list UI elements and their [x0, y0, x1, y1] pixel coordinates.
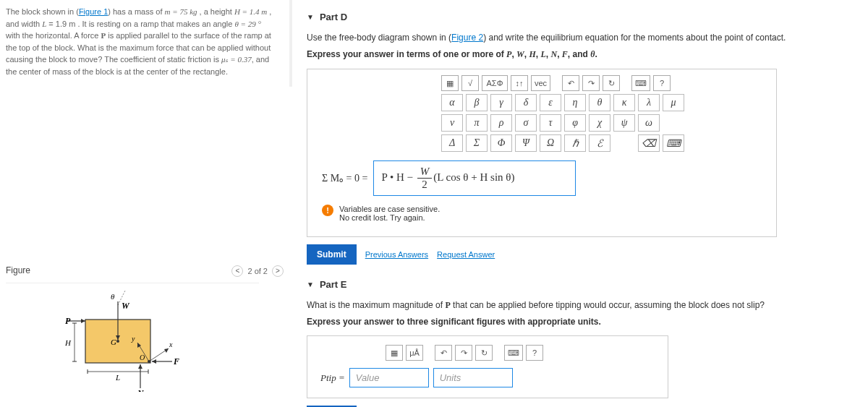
problem-statement: The block shown in (Figure 1) has a mass… — [6, 6, 284, 77]
svg-text:θ: θ — [111, 292, 115, 301]
greek-key-α[interactable]: α — [441, 94, 463, 111]
greek-key-Φ[interactable]: Φ — [490, 134, 512, 152]
svg-marker-6 — [81, 319, 85, 323]
template-button[interactable]: ▦ — [441, 75, 459, 91]
svg-text:F: F — [173, 356, 179, 367]
vec-button[interactable]: vec — [531, 75, 550, 91]
greek-key-Ω[interactable]: Ω — [540, 134, 561, 152]
undo-button-e[interactable]: ↶ — [435, 345, 452, 361]
warning-icon: ! — [322, 205, 333, 216]
figure-next-button[interactable]: > — [272, 265, 284, 277]
greek-key-Δ[interactable]: Δ — [441, 134, 463, 152]
greek-key-μ[interactable]: μ — [663, 94, 684, 111]
svg-marker-25 — [152, 359, 156, 364]
svg-text:L: L — [115, 373, 120, 382]
redo-button-e[interactable]: ↷ — [455, 345, 472, 361]
greek-key-χ[interactable]: χ — [589, 114, 610, 132]
keyboard-button-e[interactable]: ⌨ — [504, 345, 523, 361]
redo-button[interactable]: ↷ — [582, 75, 600, 91]
part-d-instruction: Use the free-body diagram shown in (Figu… — [307, 31, 854, 45]
greek-button[interactable]: ΑΣΦ — [482, 75, 508, 91]
greek-key-⌫[interactable]: ⌫ — [638, 134, 660, 152]
help-button[interactable]: ? — [653, 75, 671, 91]
caret-down-icon: ▼ — [307, 13, 314, 21]
svg-text:y: y — [131, 335, 135, 343]
part-e-answer-box: ▦ μÅ ↶ ↷ ↻ ⌨ ? Ptip = Value Units — [307, 335, 668, 398]
svg-text:N: N — [137, 388, 145, 392]
reset-button-e[interactable]: ↻ — [475, 345, 493, 361]
greek-key-σ[interactable]: σ — [515, 114, 537, 132]
greek-key-π[interactable]: π — [466, 114, 488, 132]
figure-label: Figure < 2 of 2 > — [6, 265, 284, 275]
figure-prev-button[interactable]: < — [231, 265, 243, 277]
caret-down-icon: ▼ — [307, 280, 314, 288]
greek-key-ε[interactable]: ε — [540, 94, 561, 111]
part-d-submit-button[interactable]: Submit — [307, 244, 357, 265]
part-d-answer-box: ▦ √ ΑΣΦ ↕↑ vec ↶ ↷ ↻ ⌨ ? αβγδεηθκλμ νπρσ… — [307, 69, 777, 237]
greek-key-φ[interactable]: φ — [564, 114, 586, 132]
greek-key-β[interactable]: β — [466, 94, 488, 111]
equation-label: Σ Mₒ = 0 = — [322, 172, 367, 184]
part-e-instruction: What is the maximum magnitude of P that … — [307, 299, 854, 312]
greek-key-Ψ[interactable]: Ψ — [515, 134, 537, 152]
greek-key-κ[interactable]: κ — [613, 94, 635, 111]
svg-text:W: W — [122, 301, 130, 311]
svg-text:x: x — [169, 340, 173, 348]
part-d-header[interactable]: ▼ Part D — [307, 12, 854, 22]
part-d-hint: Express your answer in terms of one or m… — [307, 49, 854, 60]
figure1-link[interactable]: Figure 1 — [79, 7, 108, 16]
previous-answers-link[interactable]: Previous Answers — [365, 250, 428, 259]
warning-text: Variables are case sensitive. No credit … — [339, 205, 440, 222]
greek-key-⌨[interactable]: ⌨ — [663, 134, 684, 152]
greek-key-ℏ[interactable]: ℏ — [564, 134, 586, 152]
greek-key-ℰ[interactable]: ℰ — [589, 134, 610, 152]
arrows-button[interactable]: ↕↑ — [511, 75, 528, 91]
svg-text:G: G — [111, 338, 116, 346]
greek-key-ρ[interactable]: ρ — [490, 114, 512, 132]
column-divider[interactable] — [289, 0, 292, 87]
greek-key-θ[interactable]: θ — [589, 94, 610, 111]
value-input[interactable]: Value — [349, 368, 429, 387]
units-input[interactable]: Units — [433, 368, 513, 387]
greek-key-η[interactable]: η — [564, 94, 586, 111]
request-answer-link-d[interactable]: Request Answer — [437, 250, 495, 259]
ptip-label: Ptip = — [320, 372, 345, 384]
svg-text:H: H — [64, 338, 72, 347]
reset-button[interactable]: ↻ — [603, 75, 620, 91]
sqrt-button[interactable]: √ — [461, 75, 479, 91]
greek-key-δ[interactable]: δ — [515, 94, 537, 111]
svg-point-1 — [116, 340, 119, 343]
figure-page-indicator: 2 of 2 — [247, 267, 268, 275]
greek-key-ω[interactable]: ω — [638, 114, 660, 132]
part-e-hint: Express your answer to three significant… — [307, 317, 854, 327]
help-button-e[interactable]: ? — [526, 345, 543, 361]
greek-key-ν[interactable]: ν — [441, 114, 463, 132]
svg-text:O: O — [140, 354, 145, 361]
figure2-link[interactable]: Figure 2 — [451, 33, 483, 43]
svg-text:P: P — [65, 316, 71, 326]
greek-key-ψ[interactable]: ψ — [613, 114, 635, 132]
units-button[interactable]: μÅ — [406, 345, 423, 361]
greek-key-λ[interactable]: λ — [638, 94, 660, 111]
greek-key-γ[interactable]: γ — [490, 94, 512, 111]
part-e-header[interactable]: ▼ Part E — [307, 279, 854, 290]
greek-palette: αβγδεηθκλμ νπρστφχψω ΔΣΦΨΩℏℰ⌫⌨ — [441, 94, 770, 152]
greek-key-Σ[interactable]: Σ — [466, 134, 488, 152]
greek-key-τ[interactable]: τ — [540, 114, 561, 132]
svg-marker-22 — [138, 364, 142, 369]
figure-canvas: G O P H L — [6, 283, 259, 398]
equation-input[interactable]: P • H − W2(L cos θ + H sin θ) — [373, 160, 576, 196]
template-button-e[interactable]: ▦ — [386, 345, 403, 361]
undo-button[interactable]: ↶ — [562, 75, 579, 91]
keyboard-button[interactable]: ⌨ — [631, 75, 650, 91]
